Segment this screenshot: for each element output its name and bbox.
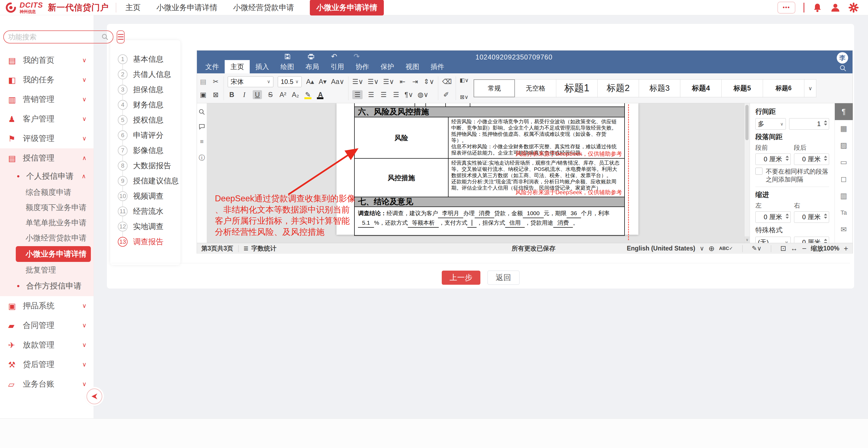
editor-menu-tab[interactable]: 绘图 (275, 60, 300, 73)
back-button[interactable]: 返回 (488, 271, 520, 285)
find-icon[interactable] (198, 109, 205, 115)
comment-icon[interactable] (198, 123, 205, 130)
stepper-arrows-icon[interactable] (824, 213, 827, 219)
chart-panel-icon[interactable]: ▥ (835, 187, 853, 204)
editor-menu-tab[interactable]: 插入 (250, 60, 275, 73)
font-color-button[interactable]: A (316, 91, 324, 99)
paste-icon[interactable]: ▣ (199, 91, 207, 99)
align-center-button[interactable]: ☰ (367, 91, 375, 99)
sidebar-item-personal-credit[interactable]: • 个人授信申请 ∧ (0, 168, 94, 185)
sidebar-item[interactable]: ▣ 押品系统 ∨ (0, 296, 94, 316)
editor-menu-tab[interactable]: 引用 (325, 60, 350, 73)
grow-font-button[interactable]: A▴ (306, 78, 314, 85)
stepper-arrows-icon[interactable] (824, 239, 827, 243)
form-blank[interactable] (467, 218, 476, 228)
paragraph-marks-button[interactable]: ¶∨ (404, 91, 413, 99)
globe-icon[interactable]: ⊕ (709, 244, 715, 253)
special-format-select[interactable]: (无)∨ (755, 237, 791, 243)
style-chip-heading6[interactable]: 标题6 (763, 79, 804, 97)
language-select[interactable]: English (United States) (627, 245, 695, 252)
editor-menu-tab[interactable]: 插件 (425, 60, 450, 73)
search-input[interactable] (8, 33, 99, 41)
numbered-list-button[interactable]: ☰∨ (368, 78, 379, 85)
style-chip-heading3[interactable]: 标题3 (639, 79, 680, 97)
shading-fill-button[interactable]: ◍∨ (417, 91, 428, 99)
scrollbar-thumb[interactable] (745, 105, 749, 140)
align-right-button[interactable]: ☰ (379, 91, 388, 99)
sidebar-item[interactable]: ▰ 合同管理 ∨ (0, 316, 94, 335)
track-changes-icon[interactable]: ✎∨ (752, 245, 762, 252)
scrollbar-down-arrow[interactable]: ∨ (744, 236, 750, 243)
sidebar-subitem[interactable]: 小微业务申请详情 (16, 246, 91, 262)
save-icon[interactable] (284, 53, 291, 60)
document-canvas[interactable]: 六、风险及风控措施 风险 经营风险：小微企业市场竞争力弱，易受行业波动（如政策变… (207, 103, 744, 243)
form-blank[interactable]: 1000 (523, 209, 544, 218)
sidebar-item[interactable]: ⚒ 贷后管理 ∨ (0, 355, 94, 374)
cut-icon[interactable]: ✂ (212, 78, 220, 85)
sidebar-item-partner-credit[interactable]: • 合作方授信申请 (0, 278, 94, 295)
step-item[interactable]: 8 大数据报告 (110, 158, 180, 173)
style-shading-icon[interactable]: ◧∨ (460, 77, 469, 83)
subscript-button[interactable]: A₂ (291, 91, 300, 99)
line-spacing-type-select[interactable]: 多∨ (755, 118, 786, 130)
step-item[interactable]: 5 授权信息 (110, 112, 180, 128)
fit-page-icon[interactable]: ⊡ (780, 244, 786, 253)
bullet-list-button[interactable]: ☰∨ (352, 78, 364, 85)
step-item[interactable]: 11 经营流水 (110, 204, 180, 219)
sidebar-item[interactable]: ⚑ 评级管理 ∨ (0, 129, 94, 148)
notification-bell-icon[interactable] (812, 3, 822, 12)
nav-tab[interactable]: 小微业务申请详情 (156, 2, 217, 13)
underline-button[interactable]: U (253, 90, 262, 99)
style-chip-heading2[interactable]: 标题2 (598, 79, 639, 97)
stepper-arrows-icon[interactable] (824, 156, 827, 161)
sidebar-subitem[interactable]: 单笔单批业务申请 (0, 215, 94, 230)
previous-step-button[interactable]: 上一步 (442, 271, 480, 285)
step-item[interactable]: 4 财务信息 (110, 97, 180, 112)
settings-gear-icon[interactable] (848, 2, 859, 13)
stepper-arrows-icon[interactable] (824, 120, 827, 126)
menu-filter-button[interactable]: ☰ (117, 30, 125, 43)
style-chip-heading1[interactable]: 标题1 (556, 79, 598, 97)
word-count-button[interactable]: 字数统计 (251, 244, 276, 253)
sidebar-item[interactable]: ◧ 我的任务 ∨ (0, 70, 94, 90)
spellcheck-icon[interactable]: ABC✓ (719, 246, 733, 251)
style-chip-no-space[interactable]: 无空格 (515, 79, 556, 97)
nav-tab[interactable]: 小微经营贷款申请 (233, 2, 294, 13)
increase-indent-button[interactable]: ⇥ (411, 78, 419, 85)
format-painter-icon[interactable]: ✐ (442, 91, 450, 99)
zoom-out-button[interactable]: − (802, 244, 806, 253)
step-item[interactable]: 12 实地调查 (110, 219, 180, 234)
chevron-down-icon[interactable]: ∨ (700, 245, 704, 252)
editor-search-icon[interactable] (839, 65, 846, 72)
outline-icon[interactable]: ≡ (200, 138, 204, 145)
more-actions-button[interactable]: ••• (777, 2, 795, 13)
select-icon[interactable]: ⊠ (212, 91, 220, 99)
indent-right-stepper[interactable]: 0 厘米 (794, 211, 829, 223)
undo-icon[interactable]: ↶ (331, 52, 337, 61)
eraser-icon[interactable]: ⌫ (442, 78, 452, 85)
italic-button[interactable]: I (240, 91, 248, 99)
sidebar-subitem[interactable]: 批复管理 (0, 263, 94, 278)
stepper-arrows-icon[interactable] (785, 213, 789, 219)
special-format-stepper[interactable]: 0 厘米 (794, 237, 829, 243)
sidebar-item-credit-management[interactable]: ▤ 授信管理 ∧ (0, 148, 94, 168)
document-scrollbar[interactable]: ∨ (744, 103, 750, 243)
fit-width-icon[interactable]: ↔ (790, 244, 798, 253)
form-blank[interactable]: 等额本析 (408, 218, 439, 228)
indent-left-stepper[interactable]: 0 厘米 (755, 211, 791, 223)
step-item[interactable]: 13 调查报告 (110, 234, 180, 249)
user-profile-icon[interactable] (831, 3, 840, 12)
sidebar-item[interactable]: ♟ 客户管理 ∨ (0, 109, 94, 129)
print-icon[interactable] (307, 53, 315, 60)
redo-icon[interactable]: ↷ (353, 52, 360, 61)
line-spacing-value-stepper[interactable]: 1 (789, 118, 829, 130)
form-blank[interactable]: 信用 (505, 218, 525, 228)
superscript-button[interactable]: A² (279, 91, 287, 99)
strikethrough-button[interactable]: S (266, 91, 275, 99)
zoom-in-button[interactable]: + (844, 244, 848, 253)
editor-menu-tab[interactable]: 主页 (225, 60, 250, 73)
styles-more-button[interactable]: ∨ (804, 79, 816, 97)
image-panel-icon[interactable]: ▨ (835, 137, 853, 154)
table-panel-icon[interactable]: ▦ (835, 120, 853, 137)
justify-button[interactable]: ☰ (392, 91, 400, 99)
